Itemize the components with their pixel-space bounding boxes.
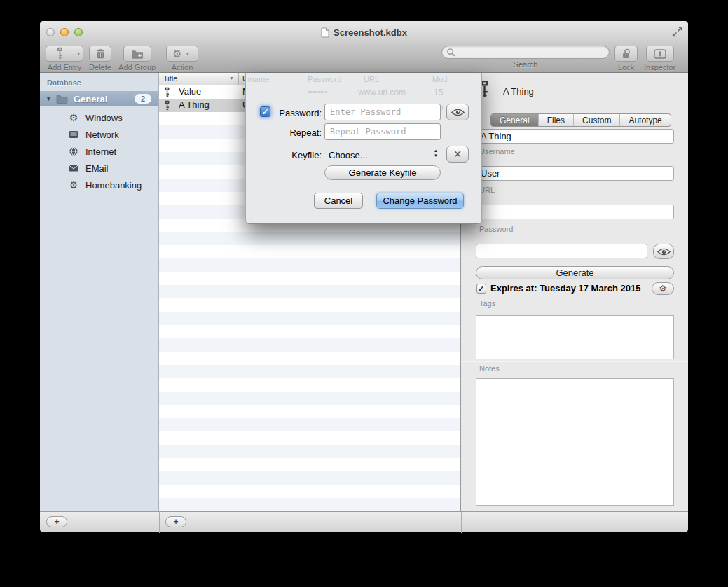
sidebar-item-windows[interactable]: ⚙ Windows — [40, 109, 158, 126]
gear-icon: ⚙ — [659, 284, 667, 294]
unlocked-padlock-icon — [621, 48, 631, 60]
search-label: Search — [514, 60, 538, 69]
lock-button[interactable]: Lock — [614, 46, 638, 71]
password-label: Password — [479, 225, 513, 233]
sidebar-item-internet[interactable]: Internet — [40, 143, 158, 160]
ghost-date-value: 15 — [434, 88, 443, 97]
password-field[interactable] — [476, 244, 647, 258]
column-header-title[interactable]: Title — [163, 74, 177, 83]
sheet-repeat-label: Repeat: — [246, 127, 322, 138]
sidebar-group-label: General — [74, 94, 107, 104]
url-field[interactable] — [476, 205, 674, 219]
search-field[interactable] — [441, 46, 610, 59]
tab-custom[interactable]: Custom — [574, 114, 620, 126]
sidebar-item-label: Homebanking — [85, 180, 142, 191]
keyfile-popup-button[interactable]: Choose... — [329, 150, 368, 160]
add-group-label: Add Group — [118, 63, 156, 71]
lock-label: Lock — [618, 63, 634, 71]
sidebar-group-general[interactable]: ▼ General 2 — [40, 91, 158, 106]
notes-field[interactable] — [476, 378, 674, 506]
add-entry-label: Add Entry — [48, 63, 81, 71]
entry-title: Value — [179, 86, 201, 97]
action-button[interactable]: ⚙ ▾ Action — [166, 46, 198, 71]
generate-password-button[interactable]: Generate — [476, 266, 674, 279]
desktop-background: Screenshot.kdbx ▾ Add Entry — [0, 0, 728, 587]
folder-icon — [56, 95, 68, 104]
envelope-icon — [68, 165, 79, 172]
disclosure-triangle-icon[interactable]: ▼ — [46, 95, 52, 102]
username-field[interactable] — [476, 166, 674, 181]
tab-general[interactable]: General — [491, 114, 539, 126]
ghost-column-header: Mod — [432, 75, 447, 83]
stepper-arrows-icon[interactable]: ▲▼ — [434, 149, 438, 158]
change-password-sheet: rname Password URL Mod •••••••• www.url.… — [245, 73, 482, 224]
toolbar: ▾ Add Entry Delete Add Group — [40, 43, 688, 73]
search-area: Search — [441, 46, 610, 69]
add-entry-button[interactable]: ▾ Add Entry — [46, 46, 83, 71]
bottom-bar-divider — [159, 512, 160, 533]
search-icon — [446, 48, 455, 57]
sidebar-item-homebanking[interactable]: ⚙ Homebanking — [40, 177, 158, 193]
ghost-column-header: rname — [247, 75, 269, 83]
expires-row: ✓ Expires at: Tuesday 17 March 2015 — [476, 283, 640, 294]
sidebar-item-network[interactable]: Network — [40, 126, 158, 143]
window-title: Screenshot.kdbx — [334, 27, 407, 38]
ghost-url-value: www.url.com — [358, 88, 406, 97]
dropdown-arrow-icon: ▾ — [74, 50, 83, 57]
sidebar-item-label: Windows — [85, 113, 123, 123]
column-divider[interactable] — [238, 73, 239, 85]
bottom-bar: + + — [40, 511, 688, 532]
generate-keyfile-button[interactable]: Generate Keyfile — [324, 165, 441, 180]
fullscreen-icon[interactable] — [672, 27, 682, 37]
key-icon — [46, 47, 74, 60]
eye-icon — [657, 248, 671, 256]
key-icon — [164, 87, 170, 98]
group-sidebar: Database ▼ General 2 ⚙ Windows — [40, 73, 159, 511]
title-bar[interactable]: Screenshot.kdbx — [40, 21, 688, 43]
expires-label: Expires at: Tuesday 17 March 2015 — [490, 283, 640, 294]
document-icon — [321, 27, 329, 38]
sort-indicator-icon: ▼ — [229, 76, 234, 81]
ghost-password-dots: •••••••• — [308, 88, 327, 96]
cancel-button[interactable]: Cancel — [314, 193, 363, 209]
enter-password-input[interactable] — [324, 104, 441, 120]
sidebar-item-email[interactable]: EMail — [40, 160, 158, 177]
add-group-plus-button[interactable]: + — [46, 516, 67, 527]
action-label: Action — [172, 63, 193, 71]
tags-field[interactable] — [476, 315, 674, 359]
dropdown-arrow-icon: ▾ — [184, 50, 192, 57]
tab-autotype[interactable]: Autotype — [620, 114, 670, 126]
repeat-password-input[interactable] — [324, 123, 441, 140]
expires-gear-button[interactable]: ⚙ — [652, 282, 674, 295]
inspector-entry-title: A Thing — [503, 86, 534, 97]
title-field[interactable] — [476, 129, 674, 144]
notes-label: Notes — [479, 364, 500, 373]
expires-checkbox[interactable]: ✓ — [476, 284, 486, 294]
gear-icon: ⚙ — [172, 48, 181, 59]
inspector-tabs: General Files Custom Autotype — [490, 113, 671, 127]
reveal-password-button[interactable] — [653, 244, 674, 259]
add-entry-plus-button[interactable]: + — [165, 516, 186, 527]
reveal-password-button[interactable] — [446, 104, 469, 120]
sheet-password-label: Password: — [246, 108, 322, 118]
window-title-area: Screenshot.kdbx — [40, 21, 688, 43]
clear-keyfile-button[interactable]: ✕ — [446, 146, 469, 163]
change-password-button[interactable]: Change Password — [376, 193, 464, 209]
globe-icon — [68, 146, 79, 156]
section-divider — [461, 361, 688, 361]
inspector-label: Inspector — [644, 63, 675, 71]
gear-icon: ⚙ — [68, 113, 79, 123]
sidebar-item-label: Internet — [85, 146, 116, 157]
tab-files[interactable]: Files — [539, 114, 574, 126]
add-group-button[interactable]: Add Group — [118, 46, 156, 71]
delete-button[interactable]: Delete — [89, 46, 111, 71]
server-icon — [68, 130, 79, 139]
search-input[interactable] — [455, 47, 605, 58]
bottom-bar-divider — [461, 512, 462, 533]
inspector-button[interactable]: Inspector — [644, 46, 675, 71]
username-label: Username — [479, 147, 515, 156]
info-icon — [654, 49, 666, 59]
ghost-column-header: URL — [364, 75, 379, 83]
database-header: Database — [47, 78, 81, 87]
delete-label: Delete — [89, 63, 111, 71]
